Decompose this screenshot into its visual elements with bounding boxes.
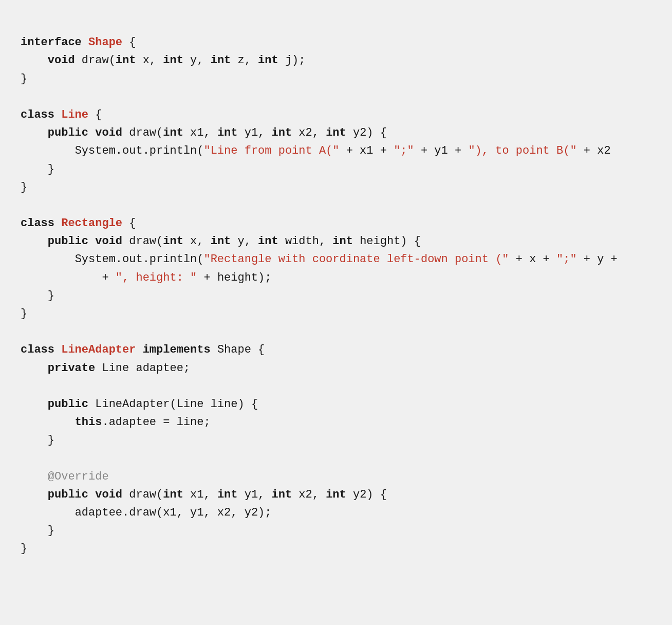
code-line: void draw(int x, int y, int z, int j);	[21, 51, 651, 69]
blank-line	[21, 323, 651, 341]
blank-line	[21, 196, 651, 214]
code-line: + ", height: " + height);	[21, 269, 651, 287]
code-editor: interface Shape { void draw(int x, int y…	[21, 15, 651, 558]
blank-line	[21, 88, 651, 106]
code-line: System.out.println("Line from point A(" …	[21, 142, 651, 160]
code-line: class Rectangle {	[21, 214, 651, 232]
code-line: }	[21, 160, 651, 178]
code-line: }	[21, 540, 651, 558]
code-line: }	[21, 178, 651, 196]
code-line: }	[21, 287, 651, 305]
code-line: private Line adaptee;	[21, 359, 651, 377]
code-line	[21, 450, 651, 468]
code-line: }	[21, 305, 651, 323]
code-line: public void draw(int x, int y, int width…	[21, 232, 651, 250]
code-line: }	[21, 431, 651, 449]
code-line: class Line {	[21, 106, 651, 124]
code-line: public LineAdapter(Line line) {	[21, 395, 651, 413]
code-line: public void draw(int x1, int y1, int x2,…	[21, 486, 651, 504]
code-line: this.adaptee = line;	[21, 413, 651, 431]
code-line: adaptee.draw(x1, y1, x2, y2);	[21, 504, 651, 522]
code-line: public void draw(int x1, int y1, int x2,…	[21, 124, 651, 142]
code-line: class LineAdapter implements Shape {	[21, 341, 651, 359]
code-line: }	[21, 522, 651, 540]
code-line: System.out.println("Rectangle with coord…	[21, 250, 651, 268]
code-line: interface Shape {	[21, 33, 651, 51]
code-line: }	[21, 70, 651, 88]
code-line: @Override	[21, 468, 651, 486]
code-line	[21, 377, 651, 395]
